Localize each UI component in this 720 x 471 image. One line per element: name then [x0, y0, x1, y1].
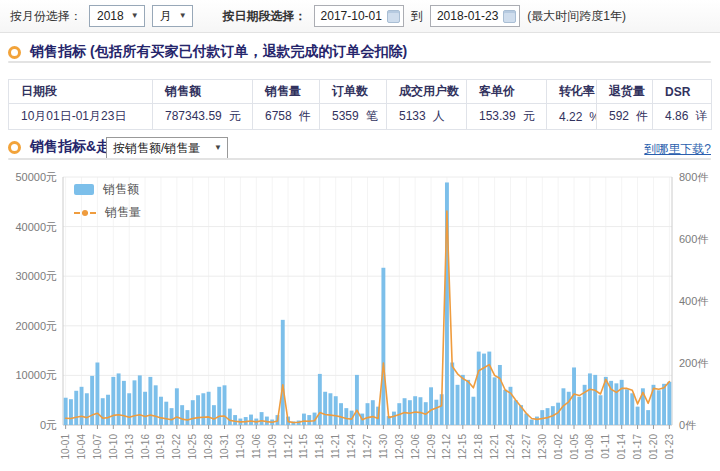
svg-text:40000元: 40000元: [15, 221, 57, 233]
cell-avg-price: 153.39元: [467, 104, 547, 130]
svg-text:0元: 0元: [40, 419, 57, 431]
legend-label: 销售量: [105, 204, 141, 221]
svg-text:10-13: 10-13: [124, 434, 135, 460]
svg-text:12-21: 12-21: [489, 434, 500, 460]
svg-text:200件: 200件: [679, 357, 708, 369]
col-buyers: 成交用户数: [387, 80, 467, 104]
date-from-value: 2017-10-01: [321, 9, 382, 23]
svg-text:12-09: 12-09: [426, 434, 437, 460]
chart-mode-value: 按销售额/销售量: [113, 140, 200, 157]
cell-conversion: 4.22%: [547, 104, 597, 130]
svg-text:10-22: 10-22: [171, 434, 182, 460]
svg-text:01-02: 01-02: [553, 434, 564, 460]
svg-text:11-27: 11-27: [362, 434, 373, 459]
svg-text:20000元: 20000元: [15, 320, 57, 332]
chevron-down-icon: ▼: [214, 144, 222, 152]
svg-text:10-01: 10-01: [60, 434, 71, 460]
cell-sales-qty: 6758件: [253, 104, 320, 130]
date-to-input[interactable]: 2018-01-23: [430, 5, 520, 27]
col-returns: 退货量: [597, 80, 653, 104]
svg-text:11-15: 11-15: [298, 434, 309, 459]
svg-text:12-03: 12-03: [394, 434, 405, 460]
unit: 件: [636, 109, 648, 123]
col-sales-amount: 销售额: [153, 80, 253, 104]
unit: 人: [433, 109, 445, 123]
download-help-link[interactable]: 到哪里下载?: [644, 141, 711, 158]
col-orders: 订单数: [320, 80, 387, 104]
svg-text:11-06: 11-06: [251, 434, 262, 459]
month-select[interactable]: 月 ▼: [152, 5, 193, 27]
svg-text:0件: 0件: [679, 419, 696, 431]
svg-text:01-17: 01-17: [632, 434, 643, 460]
svg-text:10-16: 10-16: [140, 434, 151, 460]
date-from-input[interactable]: 2017-10-01: [314, 5, 404, 27]
svg-text:01-14: 01-14: [616, 434, 627, 460]
svg-text:12-12: 12-12: [441, 434, 452, 460]
unit: %: [589, 110, 596, 124]
svg-text:11-09: 11-09: [267, 434, 278, 459]
month-select-label: 按月份选择：: [10, 8, 82, 25]
svg-text:12-15: 12-15: [457, 434, 468, 460]
svg-text:11-03: 11-03: [235, 434, 246, 459]
metrics-table: 日期段 销售额 销售量 订单数 成交用户数 客单价 转化率 退货量 DSR 10…: [8, 79, 712, 130]
svg-text:11-24: 11-24: [346, 434, 357, 459]
svg-text:600件: 600件: [679, 233, 708, 245]
col-conversion: 转化率: [547, 80, 597, 104]
svg-text:10-31: 10-31: [219, 434, 230, 460]
section-bullet-icon: [8, 46, 21, 59]
svg-text:12-18: 12-18: [473, 434, 484, 460]
unit: 件: [299, 109, 311, 123]
svg-text:10-04: 10-04: [76, 434, 87, 460]
divider: [8, 61, 711, 63]
calendar-icon[interactable]: [503, 10, 516, 23]
svg-text:12-24: 12-24: [505, 434, 516, 460]
legend-item-sales-qty[interactable]: 销售量: [74, 204, 141, 221]
to-label: 到: [411, 8, 423, 25]
unit: 元: [523, 109, 535, 123]
value: 6758: [265, 109, 292, 123]
value: 5133: [399, 109, 426, 123]
value: 4.86: [665, 109, 688, 123]
table-header-row: 日期段 销售额 销售量 订单数 成交用户数 客单价 转化率 退货量 DSR: [9, 80, 712, 104]
chart-mode-select[interactable]: 按销售额/销售量 ▼: [106, 137, 228, 159]
value: 4.22: [559, 110, 582, 124]
chevron-down-icon: ▼: [131, 12, 139, 20]
cell-buyers: 5133人: [387, 104, 467, 130]
col-date-range: 日期段: [9, 80, 153, 104]
date-range-label: 按日期段选择：: [223, 8, 307, 25]
svg-text:10-19: 10-19: [155, 434, 166, 460]
table-row: 10月01日-01月23日 787343.59元 6758件 5359笔 513…: [9, 104, 712, 130]
chevron-down-icon: ▼: [179, 12, 187, 20]
cell-returns: 592件: [597, 104, 653, 130]
svg-text:12-06: 12-06: [410, 434, 421, 460]
legend-label: 销售额: [103, 181, 139, 198]
year-select[interactable]: 2018 ▼: [89, 5, 145, 27]
svg-text:10-28: 10-28: [203, 434, 214, 460]
calendar-icon[interactable]: [387, 10, 400, 23]
col-avg-price: 客单价: [467, 80, 547, 104]
svg-text:11-12: 11-12: [283, 434, 294, 459]
svg-text:01-11: 01-11: [600, 434, 611, 459]
legend-item-sales-amount[interactable]: 销售额: [74, 181, 139, 198]
svg-text:50000元: 50000元: [15, 171, 57, 183]
trend-chart-area: 0元10000元20000元30000元40000元50000元0件200件40…: [0, 160, 720, 471]
col-dsr: DSR: [653, 80, 712, 104]
sales-metrics-header: 销售指标 (包括所有买家已付款订单，退款完成的订单会扣除): [8, 43, 407, 61]
filter-bar: 按月份选择： 2018 ▼ 月 ▼ 按日期段选择： 2017-10-01 到 2…: [0, 0, 720, 33]
unit: 元: [229, 109, 241, 123]
dsr-detail-link[interactable]: 详: [695, 109, 707, 123]
svg-text:10-07: 10-07: [92, 434, 103, 460]
svg-text:30000元: 30000元: [15, 270, 57, 282]
value: 592: [609, 109, 629, 123]
svg-text:11-18: 11-18: [314, 434, 325, 459]
value: 5359: [332, 109, 359, 123]
cell-orders: 5359笔: [320, 104, 387, 130]
svg-text:12-30: 12-30: [537, 434, 548, 460]
svg-text:01-05: 01-05: [569, 434, 580, 460]
cell-date-range: 10月01日-01月23日: [9, 104, 153, 130]
title-text: 销售指标: [30, 43, 86, 59]
svg-text:10-10: 10-10: [108, 434, 119, 460]
subtitle-text: (包括所有买家已付款订单，退款完成的订单会扣除): [90, 43, 407, 59]
svg-text:10000元: 10000元: [15, 369, 57, 381]
year-select-value: 2018: [97, 9, 124, 23]
